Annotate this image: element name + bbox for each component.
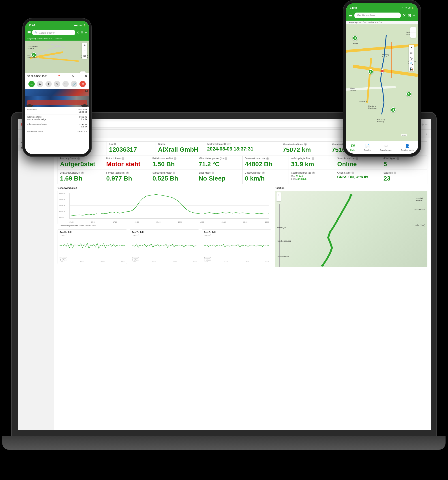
pos-map-walldorf: Walldorf(Werra) <box>416 197 423 202</box>
add-icon[interactable]: + <box>85 31 87 35</box>
metric-datenpunkt: Letzter Datenpunkt von: 2024-08-06 18:37… <box>205 141 280 155</box>
metric-sleep-mode: Sleep Mode i No Sleep <box>196 170 242 184</box>
nav-karte[interactable]: 🗺 Karte <box>350 144 355 151</box>
zoom-in-button[interactable]: + <box>82 42 87 48</box>
acc-y-title: Acc Y - Telt <box>132 231 197 233</box>
phone-left-status-icons: ●●●● 5G 🔋 <box>74 24 85 26</box>
standzeit-label: Standzeit mit Motor i <box>153 172 194 174</box>
dash-content: Gerät 92 80 121... Bezeichnung 211 345-4 <box>18 138 431 430</box>
acc-x-y3: -2 m/sec² <box>60 259 125 261</box>
link-button[interactable]: 🔗 <box>71 81 77 87</box>
right-zoom-out[interactable]: − <box>410 33 416 38</box>
phone-right-search-input[interactable]: Geräte suchen <box>354 13 401 18</box>
right-menu-icon[interactable]: ☰ <box>349 13 353 18</box>
layers-button[interactable]: ⊞ <box>82 53 87 59</box>
gruppe-label: Gruppe <box>158 143 202 145</box>
phone-right-bars: ●●●● <box>402 7 407 9</box>
nav-berichte[interactable]: 📄 Berichte <box>364 144 371 151</box>
geschwindigkeit-label: Geschwindigkeit i <box>245 172 286 174</box>
metric-satelliten: Satelliten i 23 <box>381 170 427 184</box>
pos-zoom-in[interactable]: + <box>277 192 281 197</box>
phone-left-time: 13:05 <box>29 24 35 27</box>
phone-left-search-input[interactable]: 🔍 Geräte suchen <box>32 30 75 35</box>
compass-button[interactable]: ◎ <box>80 71 85 73</box>
close-icon[interactable]: ✕ <box>76 30 79 35</box>
right-map-label-hausbruch: Hamburg-Hausbruch <box>368 105 377 109</box>
zoom-out-button[interactable]: − <box>82 48 87 53</box>
right-map-label-altona: Altona <box>353 42 358 44</box>
phone-right-nav-bar: 🗺 Karte 📄 Berichte ⚙ Einstellungen 👤 Ben… <box>346 141 418 154</box>
laptop: ‹ › https://iot-d... Aa 80% ☆ ⎋ ⋯ Gerät … <box>11 112 437 459</box>
chart-button[interactable]: 〰 <box>63 81 69 87</box>
acc-z-y2: 0 m/sec² <box>204 257 269 259</box>
acc-x-chart: Acc X - Telt 1 m/sec² <box>57 229 127 264</box>
satelliten-value: 23 <box>384 175 425 182</box>
km-anz-label: Kilometerstand Anze i <box>283 143 327 146</box>
share-icon[interactable]: ⎋ <box>422 122 423 126</box>
acc-z-container <box>204 237 269 257</box>
warning-icon: ⚠ <box>72 75 74 78</box>
berichte-icon: 📄 <box>365 144 370 148</box>
right-filter-icon[interactable]: ⊟ <box>408 13 411 18</box>
phone-left-status-bar: 13:05 ●●●● 5G 🔋 <box>25 21 89 29</box>
nav-einstellungen[interactable]: ⚙ Einstellungen <box>380 144 392 151</box>
phone-train-image: 🚂 <box>25 89 89 107</box>
satelliten-label: Satelliten i <box>384 172 425 174</box>
right-search-placeholder: Geräte suchen <box>357 14 375 17</box>
right-close-icon[interactable]: ✕ <box>403 13 406 18</box>
close-device-icon[interactable]: ✕ <box>85 75 87 78</box>
phone-left: 13:05 ●●●● 5G 🔋 ☰ 🔍 Geräte suchen ✕ ⊟ + <box>22 18 92 157</box>
speed-chart-container: 80 km/h 60 km/h 40 km/h 20 km/h 0 km/h <box>57 191 271 224</box>
more-button[interactable]: ··· <box>28 81 35 87</box>
play-button[interactable]: ▶ <box>37 81 43 87</box>
right-north-button[interactable]: ▲ <box>409 45 414 50</box>
svg-point-6 <box>350 194 353 196</box>
right-layers-button[interactable]: ⊞ <box>409 50 414 55</box>
position-section: Position <box>275 187 427 267</box>
laptop-screen: ‹ › https://iot-d... Aa 80% ☆ ⎋ ⋯ Gerät … <box>18 119 431 430</box>
phone-left-device-header: 92 80 3345 119-2 📍 ⚠ ✕ <box>25 73 89 79</box>
acc-z-y3: -1 m/sec² <box>204 259 269 261</box>
device-id: 92 80 3345 119-2 <box>27 75 47 78</box>
edit-button[interactable]: ✎ <box>54 81 60 87</box>
gnss-status-value: GNSS ON, with fix <box>337 175 378 179</box>
pos-map-rohr: Rohr (Thür) <box>415 224 425 226</box>
filter-icon[interactable]: ⊟ <box>81 30 84 35</box>
nav-benutzerkonto-label: Benutzerkonto <box>400 149 413 151</box>
menu-dots-icon[interactable]: ⋯ <box>425 122 428 126</box>
betrieb-mot2-label: Betriebsstunden Mot i <box>245 157 286 160</box>
betriebsstunden-value: 10041 h 9 <box>77 130 87 133</box>
acc-x-y1: 1 m/sec² <box>60 234 125 236</box>
right-location-button[interactable]: ◎ <box>409 55 414 61</box>
position-title: Position <box>275 187 427 189</box>
pos-zoom-out[interactable]: − <box>277 197 281 201</box>
nav-einstellungen-label: Einstellungen <box>380 149 392 151</box>
metric-kuehlmittel: Kühlmitteltemperatur (1-v i 71.2 °C <box>196 156 242 169</box>
toolbar-refresh-icon[interactable]: ↻ <box>425 132 427 135</box>
right-search-map-button[interactable]: 🔍 <box>409 61 414 66</box>
train-image-label: 🚂 <box>85 90 88 92</box>
nav-karte-label: Karte <box>350 149 355 151</box>
zeit-aufgerustet-value: 1.69 Bh <box>60 175 101 182</box>
motor-status-label: Motor 1 Status i <box>106 157 147 160</box>
dashboard: Gerät 92 80 121... 2024-08-06 16:56:05 t… <box>18 130 431 430</box>
phone-left-map: Friedewald(KrDresden) BadReichenberg Wei… <box>25 41 89 73</box>
phone-left-5g: 5G <box>79 24 82 26</box>
right-add-icon[interactable]: + <box>413 13 415 18</box>
upload-button[interactable]: ⬆ <box>45 81 52 87</box>
right-zoom-in[interactable]: + <box>410 27 416 33</box>
phone-left-count: Angezeigt: 492 / 492 Online: 133 / 492 <box>25 37 89 41</box>
box-id-label: Box ID <box>109 143 153 145</box>
delete-button[interactable]: 🗑 <box>79 81 86 87</box>
metric-gsm-signal: GSM-Signal i 5 <box>381 156 427 169</box>
gerätezeit-label: Gerätezeit <box>27 108 37 113</box>
nav-benutzerkonto[interactable]: 👤 Benutzerkonto <box>400 144 413 151</box>
online-status-label: Status iot.nrail.de i <box>337 157 378 160</box>
battery-right-icon: 🔋 <box>412 7 414 9</box>
menu-icon[interactable]: ☰ <box>27 30 31 35</box>
location-icon[interactable]: 📍 <box>57 75 61 78</box>
geschwindigkeit-ze-value: Max 81 km/h Sum 32.6 km/h <box>291 175 332 180</box>
phone-right-search-bar: ☰ Geräte suchen ✕ ⊟ + <box>346 11 418 21</box>
right-train-button[interactable]: 🚂 <box>409 66 414 71</box>
search-icon: 🔍 <box>35 31 38 34</box>
